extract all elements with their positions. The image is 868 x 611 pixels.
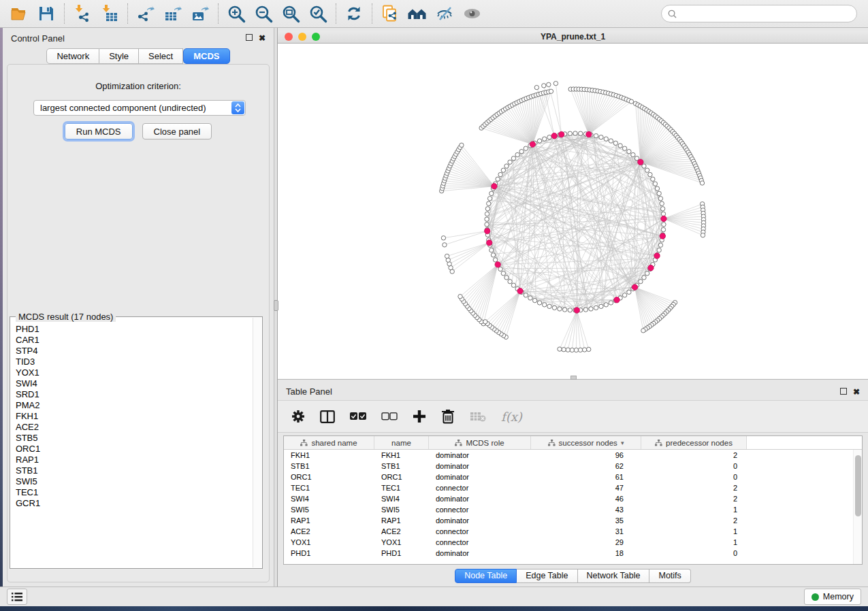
table-row[interactable]: YOX1YOX1connector291 (284, 537, 862, 548)
mcds-result-item[interactable]: PMA2 (11, 400, 253, 411)
tab-select[interactable]: Select (139, 48, 183, 64)
zoom-fit-icon[interactable] (277, 2, 304, 25)
mcds-result-item[interactable]: SWI4 (11, 378, 253, 389)
open-file-icon[interactable] (5, 2, 33, 25)
network-area: YPA_prune.txt_1 Table Panel ✖ f(x) shar (278, 28, 868, 587)
mcds-result-item[interactable]: ORC1 (11, 444, 253, 455)
column-header-shared-name[interactable]: shared name (284, 436, 374, 449)
sort-descending-icon: ▾ (621, 440, 624, 446)
tab-network-table[interactable]: Network Table (578, 569, 650, 583)
zoom-in-icon[interactable] (223, 2, 250, 25)
mcds-result-item[interactable]: TID3 (11, 357, 253, 367)
splitter-handle[interactable] (274, 300, 278, 311)
delete-row-icon[interactable] (441, 408, 455, 425)
column-header-predecessor-nodes[interactable]: predecessor nodes (641, 436, 747, 449)
network-window-title: YPA_prune.txt_1 (278, 32, 868, 42)
table-row[interactable]: RAP1RAP1dominator352 (284, 515, 862, 526)
table-scrollbar-thumb[interactable] (855, 455, 861, 516)
close-table-panel-icon[interactable]: ✖ (853, 388, 860, 396)
cell-successor-nodes: 31 (531, 527, 641, 535)
clone-network-icon[interactable] (376, 2, 404, 25)
mcds-result-item[interactable]: CAR1 (11, 335, 253, 346)
export-network-icon[interactable] (132, 2, 159, 25)
export-table-icon[interactable] (159, 2, 187, 25)
tab-edge-table[interactable]: Edge Table (517, 569, 577, 583)
mcds-result-list[interactable]: PHD1CAR1STP4TID3YOX1SWI4SRD1PMA2FKH1ACE2… (11, 318, 253, 567)
mcds-result-item[interactable]: FKH1 (11, 411, 253, 422)
float-table-panel-icon[interactable] (840, 388, 847, 396)
add-row-icon[interactable] (413, 408, 426, 425)
cell-MCDS-role: dominator (429, 495, 531, 503)
show-columns-icon[interactable] (320, 408, 335, 425)
mcds-result-item[interactable]: PHD1 (11, 324, 253, 335)
first-neighbors-icon[interactable] (404, 2, 431, 25)
table-row[interactable]: ACE2ACE2connector311 (284, 526, 862, 537)
tab-node-table[interactable]: Node Table (455, 569, 517, 583)
mcds-result-item[interactable]: STB5 (11, 433, 253, 444)
export-image-icon[interactable] (187, 2, 214, 25)
table-row[interactable]: FKH1FKH1dominator962 (284, 450, 862, 461)
select-all-icon[interactable] (350, 408, 366, 425)
column-header-MCDS-role[interactable]: MCDS role (429, 436, 531, 449)
cell-name: ORC1 (374, 473, 429, 481)
hide-selected-icon[interactable] (431, 2, 458, 25)
mcds-result-item[interactable]: YOX1 (11, 367, 253, 378)
tab-network[interactable]: Network (46, 48, 99, 64)
search-input[interactable] (681, 9, 850, 19)
refresh-icon[interactable] (340, 2, 368, 25)
mcds-result-item[interactable]: SWI5 (11, 476, 253, 487)
mcds-result-item[interactable]: STB1 (11, 465, 253, 476)
canvas-splitter-handle[interactable] (570, 376, 577, 380)
table-row[interactable]: TEC1TEC1connector472 (284, 482, 862, 493)
table-row[interactable]: SWI4SWI4dominator462 (284, 493, 862, 504)
close-panel-icon[interactable]: ✖ (259, 34, 266, 42)
cell-predecessor-nodes: 1 (641, 527, 747, 535)
cell-shared-name: YOX1 (284, 538, 374, 546)
column-header-successor-nodes[interactable]: successor nodes▾ (531, 436, 641, 449)
memory-button[interactable]: Memory (804, 589, 861, 605)
deselect-all-icon[interactable] (381, 408, 398, 425)
settings-icon[interactable] (291, 408, 305, 425)
optimization-criterion-value: largest connected component (undirected) (40, 103, 206, 113)
mcds-result-item[interactable]: STP4 (11, 346, 253, 357)
close-panel-button[interactable]: Close panel (142, 123, 212, 139)
mcds-result-item[interactable]: SRD1 (11, 389, 253, 400)
table-scrollbar[interactable] (853, 450, 862, 564)
cell-shared-name: TEC1 (284, 484, 374, 492)
network-canvas[interactable] (278, 44, 868, 380)
cytoscape-app: Control Panel ✖ NetworkStyleSelectMCDS O… (0, 0, 868, 611)
tab-motifs[interactable]: Motifs (649, 569, 690, 583)
zoom-out-icon[interactable] (250, 2, 277, 25)
mcds-result-item[interactable]: GCR1 (11, 498, 253, 509)
cell-predecessor-nodes: 2 (641, 451, 747, 459)
mcds-result-item[interactable]: RAP1 (11, 455, 253, 465)
table-row[interactable]: SWI5SWI5connector431 (284, 504, 862, 515)
float-panel-icon[interactable] (246, 34, 253, 42)
zoom-selected-icon[interactable] (304, 2, 332, 25)
hierarchy-icon (655, 440, 662, 446)
table-row[interactable]: STB1STB1dominator620 (284, 461, 862, 472)
save-session-icon[interactable] (33, 2, 60, 25)
network-window-titlebar[interactable]: YPA_prune.txt_1 (278, 31, 868, 44)
show-all-icon[interactable] (458, 2, 485, 25)
tab-style[interactable]: Style (99, 48, 139, 64)
table-row[interactable]: ORC1ORC1dominator610 (284, 472, 862, 482)
search-box[interactable] (661, 5, 857, 22)
tab-mcds[interactable]: MCDS (183, 48, 229, 64)
mcds-result-item[interactable]: ACE2 (11, 422, 253, 433)
mcds-result-item[interactable]: TEC1 (11, 487, 253, 498)
import-table-icon[interactable] (96, 2, 123, 25)
cell-successor-nodes: 18 (531, 549, 641, 557)
table-row[interactable]: PHD1PHD1dominator180 (284, 548, 862, 559)
optimization-criterion-select[interactable]: largest connected component (undirected) (33, 100, 246, 116)
panel-splitter[interactable] (274, 28, 278, 587)
table-header-row: shared namenameMCDS rolesuccessor nodes▾… (284, 436, 862, 450)
cell-MCDS-role: connector (429, 527, 531, 535)
column-header-name[interactable]: name (374, 436, 429, 449)
run-mcds-button[interactable]: Run MCDS (65, 123, 133, 139)
task-history-button[interactable] (7, 589, 27, 605)
import-network-icon[interactable] (69, 2, 96, 25)
mcds-result-scrollbar[interactable] (253, 318, 261, 567)
toolbar-separator (64, 3, 65, 24)
cell-MCDS-role: dominator (429, 462, 531, 470)
